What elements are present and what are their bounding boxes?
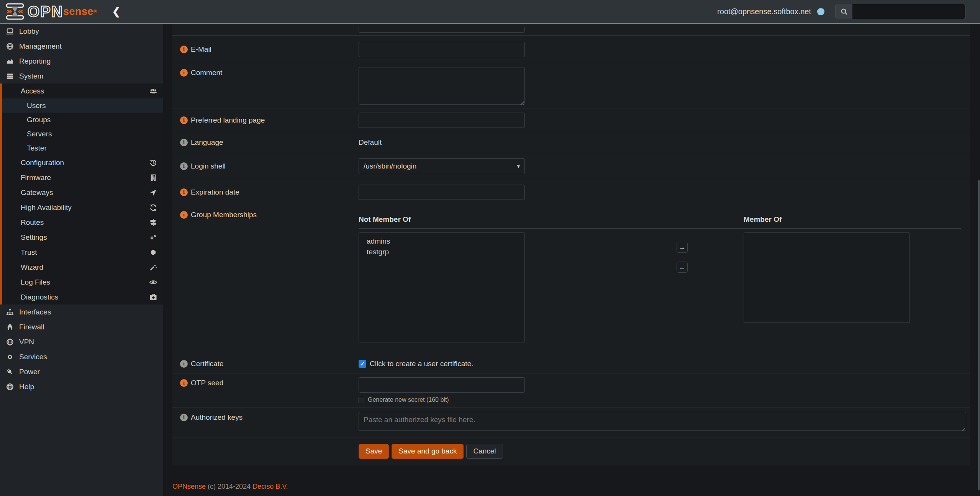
sidebar-item-label: Trust	[21, 248, 37, 257]
users-group-icon	[149, 87, 157, 95]
sidebar-item-lobby[interactable]: Lobby	[0, 24, 163, 39]
sidebar-item-vpn[interactable]: VPN	[0, 334, 163, 349]
sidebar-item-users[interactable]: Users	[2, 98, 163, 113]
building-icon	[149, 174, 157, 182]
login-shell-select[interactable]: /usr/sbin/nologin	[359, 158, 525, 174]
sidebar-item-label: Power	[19, 368, 40, 376]
list-option[interactable]: admins	[359, 236, 524, 247]
opnsense-logo[interactable]: OPNsense®	[5, 3, 97, 20]
sidebar-item-management[interactable]: Management	[0, 39, 163, 54]
deciso-footer-link[interactable]: Deciso B.V.	[252, 483, 288, 490]
sidebar-item-label: Routes	[21, 218, 44, 227]
sidebar-item-power[interactable]: Power	[0, 364, 163, 379]
sidebar-item-routes[interactable]: Routes	[2, 215, 163, 230]
sidebar-item-gateways[interactable]: Gateways	[2, 185, 163, 200]
sidebar-item-system[interactable]: System	[0, 69, 163, 83]
cancel-button[interactable]: Cancel	[466, 444, 503, 459]
sidebar-item-high-availability[interactable]: High Availability	[2, 200, 163, 215]
field-label: Authorized keys	[191, 413, 243, 422]
field-label: Preferred landing page	[191, 116, 265, 124]
sidebar-item-services[interactable]: Services	[0, 349, 163, 364]
collapse-sidebar-chevron-icon[interactable]	[112, 7, 121, 16]
sidebar-item-label: Reporting	[19, 57, 51, 65]
comment-textarea[interactable]	[359, 67, 525, 105]
form-row-login-shell: Login shell /usr/sbin/nologin	[172, 153, 970, 179]
field-label: E-Mail	[191, 45, 211, 54]
authorized-keys-textarea[interactable]	[359, 412, 966, 431]
sidebar-item-label: Settings	[21, 233, 47, 242]
sidebar-item-log-files[interactable]: Log Files	[2, 275, 163, 290]
form-row-authorized-keys: Authorized keys	[172, 408, 970, 437]
sidebar-item-label: Management	[19, 42, 62, 51]
sidebar-item-firmware[interactable]: Firmware	[2, 170, 163, 185]
sidebar-item-tester[interactable]: Tester	[2, 141, 163, 155]
create-certificate-checkbox[interactable]	[359, 360, 366, 368]
info-icon	[180, 46, 188, 53]
sidebar-item-access[interactable]: Access	[2, 83, 163, 98]
logged-in-user[interactable]: root@opnsense.softbox.net	[717, 7, 811, 16]
opnsense-footer-link[interactable]: OPNsense	[172, 483, 206, 490]
sidebar-item-settings[interactable]: Settings	[2, 230, 163, 245]
header-search	[835, 4, 965, 19]
history-icon	[149, 159, 157, 167]
field-label: Group Memberships	[191, 211, 257, 219]
chevron-down-icon	[517, 163, 520, 170]
email-input[interactable]	[359, 42, 525, 57]
list-option[interactable]: testgrp	[359, 247, 524, 257]
not-member-of-header: Not Member Of	[359, 215, 411, 224]
top-header-bar: OPNsense® root@opnsense.softbox.net	[0, 0, 980, 24]
footer-copyright: OPNsense (c) 2014-2024 Deciso B.V.	[172, 483, 288, 491]
vertical-scrollbar-thumb[interactable]	[978, 180, 980, 490]
clipped-input[interactable]	[359, 27, 525, 33]
sidebar-item-trust[interactable]: Trust	[2, 245, 163, 260]
form-row-group-memberships: Group Memberships Not Member Of Member O…	[172, 205, 970, 354]
form-row-comment: Comment	[172, 63, 970, 108]
certificate-checkbox-label: Click to create a user certificate.	[370, 360, 473, 368]
field-label: OTP seed	[191, 379, 223, 387]
member-of-listbox[interactable]	[744, 232, 910, 323]
form-row-email: E-Mail	[172, 36, 970, 63]
info-icon	[180, 139, 188, 146]
save-button[interactable]: Save	[359, 444, 389, 459]
sidebar-item-configuration[interactable]: Configuration	[2, 155, 163, 170]
info-icon	[180, 116, 188, 124]
sidebar-item-label: Services	[19, 353, 47, 361]
sidebar-item-help[interactable]: Help	[0, 379, 163, 394]
sidebar-item-reporting[interactable]: Reporting	[0, 54, 163, 69]
sidebar-item-label: Firewall	[19, 323, 44, 331]
footer-copyright-text: (c) 2014-2024	[206, 483, 252, 490]
sidebar-item-wizard[interactable]: Wizard	[2, 260, 163, 275]
sidebar-item-label: Access	[21, 87, 44, 95]
not-member-of-listbox[interactable]: adminstestgrp	[359, 232, 525, 342]
form-row-expiration: Expiration date	[172, 179, 970, 205]
search-input[interactable]	[852, 4, 965, 19]
sidebar-item-label: VPN	[19, 338, 34, 346]
desktop-icon	[6, 28, 19, 35]
info-icon	[180, 69, 188, 77]
save-and-go-back-button[interactable]: Save and go back	[392, 444, 464, 459]
main-content: E-Mail Comment Pr	[163, 24, 980, 496]
otp-seed-input[interactable]	[359, 377, 525, 393]
sidebar-item-label: Gateways	[21, 188, 53, 197]
sidebar-item-diagnostics[interactable]: Diagnostics	[2, 290, 163, 304]
logo-text-opn: OPN	[28, 3, 63, 20]
opnsense-page: OPNsense® root@opnsense.softbox.net Lobb…	[0, 0, 980, 496]
info-icon	[180, 414, 188, 421]
generate-secret-checkbox[interactable]	[359, 397, 365, 403]
sidebar-item-label: Diagnostics	[21, 293, 58, 301]
sidebar-item-firewall[interactable]: Firewall	[0, 319, 163, 334]
user-status-dot[interactable]	[817, 8, 824, 15]
signpost-icon	[149, 219, 157, 226]
globe-icon	[6, 338, 19, 346]
transfer-buttons	[677, 242, 688, 273]
sidebar-item-groups[interactable]: Groups	[2, 113, 163, 127]
remove-from-group-button[interactable]	[677, 262, 688, 273]
expiration-date-input[interactable]	[359, 185, 525, 200]
sidebar-item-interfaces[interactable]: Interfaces	[0, 304, 163, 319]
sidebar-item-servers[interactable]: Servers	[2, 127, 163, 141]
landing-page-input[interactable]	[359, 113, 525, 128]
info-icon	[180, 379, 188, 387]
add-to-group-button[interactable]	[677, 242, 688, 253]
logo-registered-mark: ®	[93, 9, 97, 14]
language-value: Default	[359, 138, 382, 147]
